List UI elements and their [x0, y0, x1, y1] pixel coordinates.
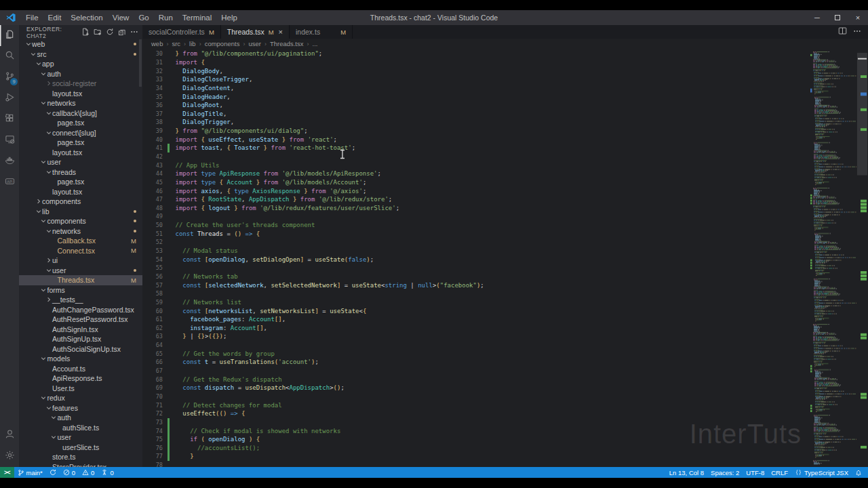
- minimize-button[interactable]: ─: [807, 10, 827, 25]
- tree-item-user[interactable]: user: [19, 157, 142, 167]
- tree-item-layouttsx[interactable]: layout.tsx: [19, 148, 142, 158]
- menu-terminal[interactable]: Terminal: [178, 14, 216, 22]
- tree-item-callbacktsx[interactable]: Callback.tsxM: [19, 236, 142, 246]
- menu-view[interactable]: View: [108, 14, 134, 22]
- ports-status[interactable]: 0: [98, 467, 117, 478]
- indentation[interactable]: Spaces: 2: [707, 467, 743, 478]
- breadcrumb-item[interactable]: components: [205, 40, 240, 47]
- breadcrumb-item[interactable]: web: [151, 40, 163, 47]
- more-actions-icon[interactable]: [853, 26, 861, 38]
- tree-item-accountts[interactable]: Account.ts: [19, 364, 142, 374]
- menu-selection[interactable]: Selection: [66, 14, 107, 22]
- tree-item-apiresponsets[interactable]: ApiResponse.ts: [19, 373, 142, 384]
- activity-extensions[interactable]: [0, 109, 19, 130]
- refresh-button[interactable]: [104, 27, 115, 38]
- errors-status[interactable]: 0: [60, 467, 79, 478]
- tree-item-pagetsx[interactable]: page.tsx: [19, 138, 142, 148]
- branch-status[interactable]: main*: [14, 467, 46, 478]
- menu-run[interactable]: Run: [154, 14, 178, 22]
- new-file-button[interactable]: [80, 27, 91, 38]
- tree-item-authsocialsignuptsx[interactable]: AuthSocialSignUp.tsx: [19, 344, 142, 354]
- activity-docker[interactable]: [0, 151, 19, 172]
- language-mode[interactable]: TypeScript JSX: [791, 467, 852, 478]
- menu-help[interactable]: Help: [216, 14, 242, 22]
- tree-item-callbackslug[interactable]: callback\[slug]: [19, 108, 142, 119]
- sync-status[interactable]: [46, 467, 60, 478]
- tree-item-authslicets[interactable]: authSlice.ts: [19, 423, 142, 433]
- tree-item-forms[interactable]: forms: [19, 285, 142, 296]
- tree-item-auth[interactable]: auth: [19, 69, 142, 79]
- tab-close-icon[interactable]: ×: [279, 28, 283, 36]
- new-folder-button[interactable]: [92, 27, 103, 38]
- tree-item-userts[interactable]: User.ts: [19, 384, 142, 394]
- tree-item-storeprovidertsx[interactable]: StoreProvider.tsx: [19, 462, 142, 468]
- tree-item-authresetpasswordtsx[interactable]: AuthResetPassword.tsx: [19, 314, 142, 325]
- notifications[interactable]: [852, 467, 865, 478]
- tree-item-user[interactable]: user: [19, 266, 142, 276]
- tab-socialcontroller-ts[interactable]: socialController.tsM: [142, 25, 221, 39]
- tree-item-layouttsx[interactable]: layout.tsx: [19, 89, 142, 99]
- activity-settings[interactable]: [0, 446, 19, 467]
- code-area[interactable]: 30} from "@/lib/components/ui/pagination…: [142, 49, 868, 467]
- breadcrumb[interactable]: web›src›lib›components›user›Threads.tsx›…: [142, 39, 868, 49]
- tree-item-authsignintsx[interactable]: AuthSignIn.tsx: [19, 325, 142, 335]
- tree-item-src[interactable]: src: [19, 49, 142, 60]
- encoding[interactable]: UTF-8: [743, 467, 768, 478]
- tree-item-components[interactable]: components: [19, 216, 142, 226]
- tree-item-__tests__[interactable]: __tests__: [19, 295, 142, 305]
- breadcrumb-item[interactable]: user: [248, 40, 260, 47]
- tree-item-connecttsx[interactable]: Connect.tsxM: [19, 246, 142, 256]
- tree-item-authsignuptsx[interactable]: AuthSignUp.tsx: [19, 334, 142, 344]
- tree-item-redux[interactable]: redux: [19, 393, 142, 403]
- tree-item-layouttsx[interactable]: layout.tsx: [19, 187, 142, 197]
- tree-item-threadstsx[interactable]: Threads.tsxM: [19, 275, 142, 285]
- close-button[interactable]: ×: [848, 10, 868, 25]
- tree-item-pagetsx[interactable]: page.tsx: [19, 177, 142, 187]
- tree-item-web[interactable]: web: [19, 39, 142, 49]
- tree-item-lib[interactable]: lib: [19, 207, 142, 217]
- tab-index-ts[interactable]: index.tsM: [290, 25, 353, 39]
- split-editor-icon[interactable]: [838, 26, 847, 38]
- tree-item-social-register[interactable]: social-register: [19, 79, 142, 89]
- tree-item-networks[interactable]: networks: [19, 98, 142, 108]
- breadcrumb-item[interactable]: src: [172, 40, 180, 47]
- tree-item-app[interactable]: app: [19, 59, 142, 69]
- breadcrumb-item[interactable]: lib: [189, 40, 196, 47]
- tab-threads-tsx[interactable]: Threads.tsxM×: [221, 25, 290, 39]
- tree-item-ui[interactable]: ui: [19, 256, 142, 266]
- menu-file[interactable]: File: [21, 14, 43, 22]
- scrollbar-overview-ruler[interactable]: [856, 49, 868, 467]
- tree-item-storets[interactable]: store.ts: [19, 452, 142, 462]
- activity-search[interactable]: [0, 46, 19, 67]
- sidebar-scrollbar[interactable]: [139, 39, 142, 87]
- tree-item-components[interactable]: components: [19, 197, 142, 207]
- eol[interactable]: CRLF: [768, 467, 791, 478]
- tree-item-user[interactable]: user: [19, 432, 142, 443]
- maximize-button[interactable]: [827, 10, 848, 25]
- tree-item-auth[interactable]: auth: [19, 413, 142, 423]
- more-button[interactable]: [129, 27, 140, 38]
- tree-item-features[interactable]: features: [19, 403, 142, 413]
- cursor-position[interactable]: Ln 13, Col 8: [666, 467, 707, 478]
- menu-edit[interactable]: Edit: [43, 14, 66, 22]
- activity-run-and-debug[interactable]: [0, 88, 19, 109]
- menu-go[interactable]: Go: [134, 14, 153, 22]
- warnings-status[interactable]: 0: [79, 467, 98, 478]
- tree-item-threads[interactable]: threads: [19, 167, 142, 178]
- tree-item-connectslug[interactable]: connect\[slug]: [19, 128, 142, 138]
- tree-item-networks[interactable]: networks: [19, 226, 142, 237]
- breadcrumb-item[interactable]: Threads.tsx: [270, 40, 304, 47]
- minimap[interactable]: [810, 49, 856, 467]
- tree-item-authchangepasswordtsx[interactable]: AuthChangePassword.tsx: [19, 305, 142, 315]
- tree-item-pagetsx[interactable]: page.tsx: [19, 118, 142, 128]
- activity-source-control[interactable]: 9: [0, 67, 19, 88]
- activity-api-client[interactable]: /API: [0, 172, 19, 193]
- breadcrumb-item[interactable]: ...: [313, 40, 318, 47]
- remote-indicator[interactable]: ><: [0, 467, 14, 478]
- collapse-all-button[interactable]: [117, 27, 127, 38]
- activity-explorer[interactable]: [0, 25, 19, 46]
- tree-item-userslicets[interactable]: userSlice.ts: [19, 443, 142, 453]
- activity-account[interactable]: [0, 425, 19, 446]
- tree-item-models[interactable]: models: [19, 354, 142, 364]
- activity-remote-explorer[interactable]: [0, 130, 19, 151]
